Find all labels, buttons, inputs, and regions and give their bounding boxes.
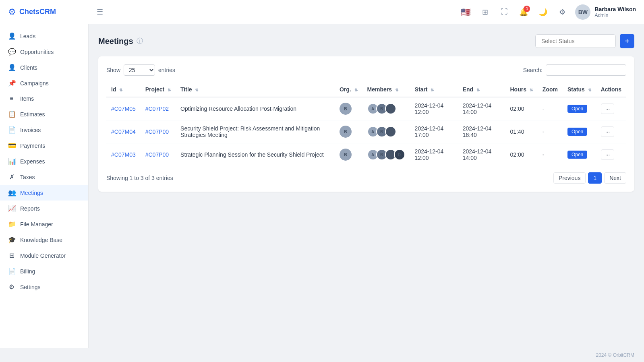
table-controls: Show 10 25 50 100 entries Search:: [106, 64, 626, 76]
cell-id: #C07M03: [106, 143, 141, 166]
col-start[interactable]: Start ⇅: [410, 82, 458, 97]
sidebar-icon-module-generator: ⊞: [8, 252, 15, 259]
sidebar-item-items[interactable]: ≡Items: [0, 91, 88, 106]
member-avatar: C: [385, 103, 396, 114]
sidebar-label-knowledge-base: Knowledge Base: [20, 237, 62, 243]
sidebar: 👤Leads💬Opportunities👤Clients📌Campaigns≡I…: [0, 24, 89, 348]
sidebar-item-billing[interactable]: 📄Billing: [0, 263, 88, 279]
col-status[interactable]: Status ⇅: [563, 82, 596, 97]
project-link[interactable]: #C07P00: [145, 128, 169, 135]
cell-title: Optimizing Resource Allocation Post-Migr…: [176, 97, 335, 120]
id-link[interactable]: #C07M05: [111, 105, 136, 112]
fullscreen-icon[interactable]: ⛶: [498, 6, 511, 19]
cell-hours: 02:00: [505, 97, 537, 120]
sidebar-item-file-manager[interactable]: 📁File Manager: [0, 216, 88, 232]
meetings-table: Id ⇅ Project ⇅ Title ⇅ Org. ⇅ Members ⇅ …: [106, 82, 626, 166]
hamburger-icon[interactable]: ☰: [97, 8, 103, 17]
notification-badge: 1: [524, 6, 530, 12]
cell-end: 2024-12-04 18:40: [458, 120, 505, 143]
cell-start: 2024-12-04 17:00: [410, 120, 458, 143]
sidebar-label-module-generator: Module Generator: [20, 252, 66, 259]
sidebar-label-payments: Payments: [20, 143, 45, 149]
sidebar-icon-clients: 👤: [8, 64, 15, 71]
sidebar-item-clients[interactable]: 👤Clients: [0, 60, 88, 75]
next-button[interactable]: Next: [604, 172, 626, 184]
status-select[interactable]: [535, 34, 616, 48]
actions-button[interactable]: ···: [601, 126, 615, 137]
page-title-row: Meetings ⓘ: [98, 37, 143, 46]
sidebar-item-meetings[interactable]: 👥Meetings: [0, 185, 88, 201]
sidebar-icon-taxes: ✗: [8, 173, 15, 181]
project-link[interactable]: #C07P00: [145, 151, 169, 158]
sidebar-label-reports: Reports: [20, 205, 40, 212]
id-link[interactable]: #C07M04: [111, 128, 136, 135]
cell-status: Open: [563, 97, 596, 120]
sidebar-icon-items: ≡: [8, 95, 15, 102]
cell-project: #C07P02: [141, 97, 176, 120]
sidebar-item-opportunities[interactable]: 💬Opportunities: [0, 44, 88, 60]
col-title[interactable]: Title ⇅: [176, 82, 335, 97]
previous-button[interactable]: Previous: [553, 172, 586, 184]
header: ⚙ ChetsCRM ☰ 🇺🇸 ⊞ ⛶ 🔔 1 🌙 ⚙ BW Barbara W…: [0, 0, 644, 24]
search-input[interactable]: [546, 64, 626, 76]
sidebar-item-invoices[interactable]: 📄Invoices: [0, 122, 88, 138]
org-avatar: B: [340, 126, 352, 138]
table-row: #C07M05 #C07P02 Optimizing Resource Allo…: [106, 97, 626, 120]
sidebar-item-expenses[interactable]: 📊Expenses: [0, 153, 88, 169]
actions-button[interactable]: ···: [601, 103, 615, 114]
sidebar-icon-billing: 📄: [8, 267, 15, 275]
settings-icon[interactable]: ⚙: [556, 6, 569, 19]
table-row: #C07M04 #C07P00 Security Shield Project:…: [106, 120, 626, 143]
id-link[interactable]: #C07M03: [111, 151, 136, 158]
sidebar-icon-opportunities: 💬: [8, 48, 15, 56]
cell-org: B: [335, 120, 362, 143]
sidebar-item-campaigns[interactable]: 📌Campaigns: [0, 75, 88, 91]
col-id[interactable]: Id ⇅: [106, 82, 141, 97]
sidebar-label-taxes: Taxes: [20, 174, 35, 180]
dark-mode-icon[interactable]: 🌙: [536, 6, 549, 19]
actions-button[interactable]: ···: [601, 149, 615, 160]
col-org[interactable]: Org. ⇅: [335, 82, 362, 97]
member-avatars: ABCD: [367, 149, 405, 160]
project-link[interactable]: #C07P02: [145, 105, 169, 112]
sidebar-label-file-manager: File Manager: [20, 221, 53, 228]
user-role: Admin: [594, 12, 636, 18]
member-avatars: ABC: [367, 103, 405, 114]
user-info[interactable]: BW Barbara Wilson Admin: [575, 4, 636, 20]
col-actions: Actions: [596, 82, 626, 97]
sidebar-icon-payments: 💳: [8, 142, 15, 149]
sidebar-item-reports[interactable]: 📈Reports: [0, 201, 88, 216]
main-content: Meetings ⓘ + Show 10 25 50 100: [89, 24, 644, 348]
sidebar-label-billing: Billing: [20, 268, 35, 275]
sidebar-item-module-generator[interactable]: ⊞Module Generator: [0, 248, 88, 263]
pagination-row: Showing 1 to 3 of 3 entries Previous 1 N…: [106, 172, 626, 184]
header-actions: 🇺🇸 ⊞ ⛶ 🔔 1 🌙 ⚙ BW Barbara Wilson Admin: [459, 4, 636, 20]
sidebar-icon-invoices: 📄: [8, 126, 15, 134]
col-members[interactable]: Members ⇅: [362, 82, 410, 97]
sidebar-item-taxes[interactable]: ✗Taxes: [0, 169, 88, 185]
add-button[interactable]: +: [620, 34, 634, 48]
cell-project: #C07P00: [141, 120, 176, 143]
grid-icon[interactable]: ⊞: [478, 6, 491, 19]
col-hours[interactable]: Hours ⇅: [505, 82, 537, 97]
flag-icon[interactable]: 🇺🇸: [459, 6, 472, 19]
info-icon[interactable]: ⓘ: [137, 37, 143, 46]
sidebar-item-settings[interactable]: ⚙Settings: [0, 279, 88, 295]
logo: ⚙ ChetsCRM: [8, 7, 97, 17]
sidebar-item-estimates[interactable]: 📋Estimates: [0, 106, 88, 122]
sidebar-label-clients: Clients: [20, 64, 37, 71]
cell-actions: ···: [596, 120, 626, 143]
sidebar-label-items: Items: [20, 95, 34, 102]
entries-select[interactable]: 10 25 50 100: [124, 64, 155, 76]
notification-icon[interactable]: 🔔 1: [517, 6, 530, 19]
pagination-controls: Previous 1 Next: [553, 172, 626, 184]
sidebar-label-meetings: Meetings: [20, 190, 43, 196]
sidebar-item-knowledge-base[interactable]: 🎓Knowledge Base: [0, 232, 88, 248]
page-actions: +: [535, 34, 634, 48]
col-end[interactable]: End ⇅: [458, 82, 505, 97]
sidebar-item-payments[interactable]: 💳Payments: [0, 138, 88, 153]
cell-id: #C07M05: [106, 97, 141, 120]
page-1-button[interactable]: 1: [588, 172, 602, 184]
col-project[interactable]: Project ⇅: [141, 82, 176, 97]
sidebar-item-leads[interactable]: 👤Leads: [0, 28, 88, 44]
